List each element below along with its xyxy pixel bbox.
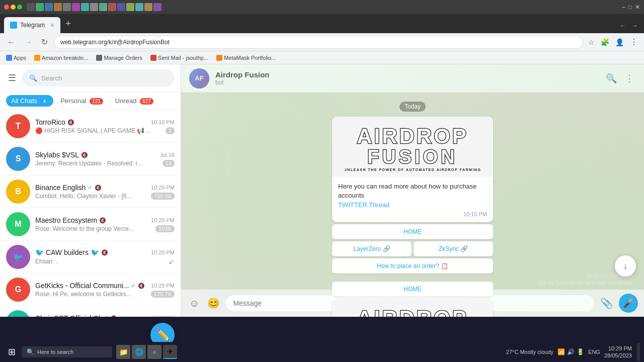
chat-preview: Combot: Hello, Clayton Xavier - [6... [35, 193, 148, 200]
chat-time: 10:10 PM [151, 119, 175, 125]
how-to-order-button[interactable]: How to place an order? 📋 [332, 258, 493, 274]
keyboard-row-2: How to place an order? 📋 [332, 258, 493, 274]
chat-item-chaingpt[interactable]: C ChainGPT Official Chat 🔇 10:29 PM Waln… [0, 306, 181, 317]
unread-badge: 170.7K [151, 291, 175, 298]
layerzero-button[interactable]: LayerZero 🔗 [332, 241, 412, 256]
bookmark-mail[interactable]: Sent Mail - jsouthp... [148, 54, 210, 62]
chat-time: 10:29 PM [151, 249, 175, 255]
chat-preview: Rose: Welcome to the group Verce... [35, 225, 152, 232]
chat-name: GetKicks - Official Communi... ✓ 🔇 [35, 282, 145, 290]
chat-item-torrorico[interactable]: T TorroRico 🔇 10:10 PM 🔴 HIGH RISK SIGNA… [0, 110, 181, 143]
date-display: 28/05/2023 [604, 352, 632, 359]
refresh-button[interactable]: ↻ [38, 35, 51, 49]
chat-preview: Rose: Hi Pe, welcome to Getkicks... [35, 291, 148, 298]
back-button[interactable]: ← [4, 36, 18, 49]
scroll-down-button[interactable]: ↓ [615, 255, 636, 277]
date-chip: Today [399, 102, 426, 112]
volume-icon[interactable]: 🔊 [567, 348, 575, 355]
svg-text:AIRDROP: AIRDROP [357, 306, 468, 317]
start-button[interactable]: ⊞ [4, 344, 20, 359]
chat-preview: Jeremy: Recent Updates - Resolved: r... [35, 160, 159, 167]
home-button-2[interactable]: HOME [332, 282, 493, 297]
message-time-1: 10:15 PM [338, 211, 487, 217]
sidebar-header: ☰ 🔍 Search [0, 64, 181, 92]
unread-badge: 2 [166, 127, 175, 134]
network-icon[interactable]: 📶 [557, 348, 565, 355]
card-body-1: Here you can read more about how to purc… [332, 177, 493, 222]
tab-all-chats[interactable]: All Chats 4 [6, 95, 53, 107]
bookmark-amazon[interactable]: Amazon breakdo... [32, 54, 90, 62]
taskbar-right: 27°C Mostly cloudy 📶 🔊 🔋 ENG 10:29 PM 28… [506, 343, 640, 361]
extensions-btn[interactable]: 🧩 [599, 36, 611, 48]
inline-keyboard-top-2: HOME [332, 282, 493, 299]
avatar: B [6, 179, 30, 204]
chat-messages: Today AIRDROP AIRDROP FUSION FUSION [181, 93, 644, 317]
profile-btn[interactable]: 👤 [613, 36, 626, 48]
sys-icons: 📶 🔊 🔋 [557, 348, 584, 355]
bookmark-metamask[interactable]: MetaMask Portfolio... [214, 54, 278, 62]
card-text-1: Here you can read more about how to purc… [338, 182, 487, 200]
sidebar: ☰ 🔍 Search All Chats 4 Personal 121 Unre… [0, 64, 181, 317]
chat-preview: Ehsan: . [35, 258, 169, 265]
twitter-thread-link[interactable]: TWITTER Thread [338, 201, 389, 209]
clock[interactable]: 10:29 PM 28/05/2023 [604, 345, 632, 359]
taskbar-icon-chrome[interactable]: ● [147, 345, 162, 359]
keyboard-row-1: LayerZero 🔗 ZkSync 🔗 [332, 241, 493, 256]
bookmarks-bar: Apps Amazon breakdo... Manage Orders Sen… [0, 51, 644, 64]
search-icon: 🔍 [29, 74, 37, 82]
browser-toolbar: ← → ↻ web.telegram.org/k/#@AirdropFusion… [0, 33, 644, 51]
chat-list: T TorroRico 🔇 10:10 PM 🔴 HIGH RISK SIGNA… [0, 110, 181, 317]
bookmark-apps[interactable]: Apps [4, 54, 28, 62]
tab-unread[interactable]: Unread 627 [110, 95, 158, 107]
chat-item-getkicks[interactable]: G GetKicks - Official Communi... ✓ 🔇 10:… [0, 274, 181, 306]
taskbar-telegram-icon[interactable]: ✈ [163, 345, 177, 359]
search-box[interactable]: 🔍 Search [22, 69, 175, 86]
chat-name: 🐦 CAW builders 🐦 🔇 [35, 248, 108, 256]
inline-keyboard-1: HOME LayerZero 🔗 ZkSync 🔗 How to place a… [332, 224, 493, 276]
battery-icon[interactable]: 🔋 [577, 348, 584, 355]
chat-time: 10:29 PM [151, 185, 175, 191]
forward-button[interactable]: → [21, 36, 35, 49]
bot-message-1: AIRDROP AIRDROP FUSION FUSION UNLEASH TH… [189, 117, 636, 276]
chat-item-maestro[interactable]: M Maestro Ecosystem 🔇 10:29 PM Rose: Wel… [0, 208, 181, 241]
chat-time: 10:29 PM [151, 217, 175, 223]
menu-btn[interactable]: ⋮ [628, 35, 640, 49]
avatar: T [6, 114, 30, 138]
time-display: 10:29 PM [604, 345, 632, 352]
sidebar-tabs: All Chats 4 Personal 121 Unread 627 [0, 92, 181, 110]
browser-tabs-row: Telegram ✕ + ← → [0, 14, 644, 33]
taskbar: ⊞ 🔍 Here to search 📁 🌐 ● ✈ 27°C Mostly c… [0, 342, 644, 362]
taskbar-search[interactable]: 🔍 Here to search [22, 346, 112, 357]
unread-badge: 766.9K [151, 193, 175, 200]
message-card-2: AIRDROP AIRDROP FUSION FUSION UNLEASH TH… [332, 299, 493, 317]
chat-name: TorroRico 🔇 [35, 118, 74, 126]
muted-arrow: ↙ [169, 257, 175, 265]
taskbar-icon-2[interactable]: 🌐 [132, 345, 146, 359]
chat-name: Maestro Ecosystem 🔇 [35, 216, 106, 224]
language-indicator: ENG [588, 349, 600, 355]
zksync-button[interactable]: ZkSync 🔗 [414, 241, 493, 256]
url-bar[interactable]: web.telegram.org/k/#@AirdropFusionBot [54, 36, 583, 49]
svg-text:AIRDROP: AIRDROP [357, 124, 468, 148]
bot-message-2: HOME AIRDROP AIRDROP FUSION FUSION UNLEA… [189, 280, 636, 317]
avatar: 🐦 [6, 245, 30, 269]
chat-item-binance[interactable]: B Binance English ✓ 🔇 10:29 PM Combot: H… [0, 175, 181, 208]
new-tab-btn[interactable]: + [61, 17, 75, 31]
svg-text:FUSION: FUSION [367, 146, 458, 167]
card-logo-2: AIRDROP AIRDROP FUSION FUSION UNLEASH TH… [332, 299, 493, 317]
tab-personal[interactable]: Personal 121 [55, 95, 108, 107]
avatar: S [6, 147, 30, 171]
chat-item-skylabs[interactable]: S Skylabs $VSL 🔇 Jul 16 Jeremy: Recent U… [0, 143, 181, 175]
taskbar-icon-1[interactable]: 📁 [116, 345, 130, 359]
show-desktop-button[interactable] [637, 343, 640, 361]
chat-time: 10:29 PM [151, 283, 175, 289]
search-placeholder: Search [41, 74, 62, 82]
bookmark-btn[interactable]: ☆ [586, 36, 597, 48]
home-button-1[interactable]: HOME [332, 224, 493, 239]
bookmark-orders[interactable]: Manage Orders [94, 54, 144, 62]
hamburger-menu[interactable]: ☰ [6, 70, 18, 85]
chat-item-caw[interactable]: 🐦 🐦 CAW builders 🐦 🔇 10:29 PM Ehsan: . ↙ [0, 241, 181, 274]
active-tab[interactable]: Telegram ✕ [4, 17, 60, 33]
card-logo-1: AIRDROP AIRDROP FUSION FUSION UNLEASH TH… [332, 117, 493, 177]
chat-name: Binance English ✓ 🔇 [35, 184, 102, 192]
